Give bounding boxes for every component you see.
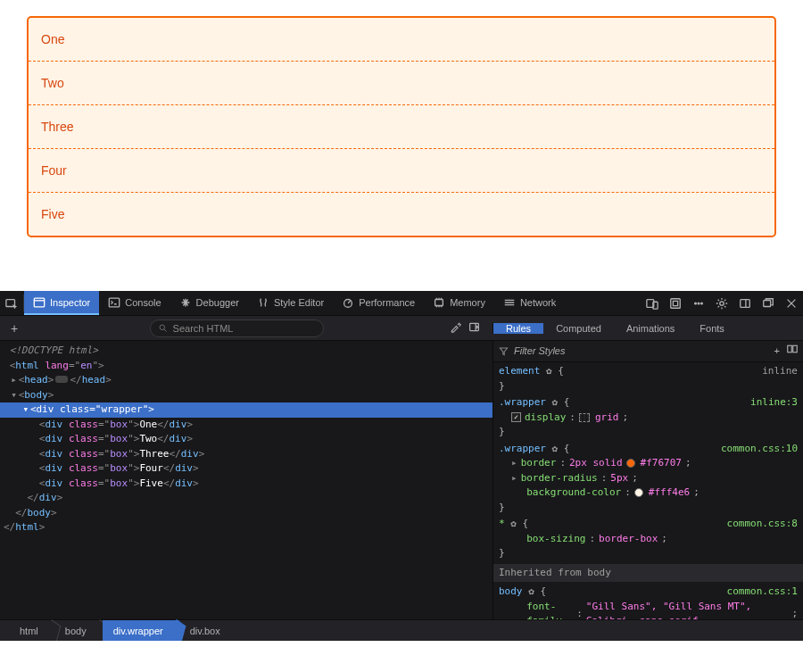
svg-rect-21 <box>793 346 798 353</box>
grid-wrapper: One Two Three Four Five <box>27 16 776 237</box>
svg-rect-20 <box>788 346 792 353</box>
tab-debugger[interactable]: Debugger <box>170 291 248 315</box>
grid-swatch-icon[interactable] <box>579 413 590 422</box>
devtools-toolbar: Inspector Console Debugger Style Editor … <box>0 291 803 316</box>
tab-label: Network <box>520 297 556 308</box>
svg-rect-8 <box>671 298 681 308</box>
breadcrumb-box[interactable]: div.box <box>179 620 236 641</box>
tab-inspector[interactable]: Inspector <box>24 291 99 315</box>
settings-icon[interactable] <box>710 297 733 310</box>
breadcrumb-bar: html body div.wrapper div.box <box>0 619 803 641</box>
style-tab-fonts[interactable]: Fonts <box>687 323 737 334</box>
dom-line: </div> <box>0 491 493 506</box>
color-swatch-icon[interactable] <box>634 488 643 497</box>
more-icon[interactable] <box>687 297 710 310</box>
filter-styles-input[interactable]: Filter Styles <box>514 344 565 359</box>
devtools-panel: Inspector Console Debugger Style Editor … <box>0 291 803 641</box>
tab-label: Inspector <box>50 297 90 308</box>
grid-box: Three <box>29 104 774 148</box>
breadcrumb-body[interactable]: body <box>54 620 103 641</box>
dom-line: </html> <box>0 520 493 535</box>
styles-panel: Filter Styles + element ✿ {inline } .wra… <box>493 341 803 619</box>
toggle-pane-icon[interactable] <box>468 321 480 336</box>
svg-rect-1 <box>34 298 44 307</box>
svg-point-17 <box>160 325 165 330</box>
rule-star: * ✿ {common.css:8 box-sizing: border-box… <box>499 517 798 561</box>
dom-line: <!DOCTYPE html> <box>0 344 493 359</box>
svg-point-10 <box>695 303 697 304</box>
inherited-section: Inherited from body <box>493 564 803 583</box>
grid-box: One <box>29 18 774 61</box>
responsive-design-icon[interactable] <box>641 297 664 310</box>
dom-tree[interactable]: <!DOCTYPE html> <html lang="en"> ▸<head>… <box>0 341 493 619</box>
breadcrumb-html[interactable]: html <box>9 620 54 641</box>
iframe-picker-icon[interactable] <box>664 297 687 310</box>
svg-rect-5 <box>435 299 443 305</box>
rule-wrapper-inline: .wrapper ✿ {inline:3 ✓ display: grid; } <box>499 395 798 440</box>
dom-line: </body> <box>0 506 493 521</box>
rule-body: body ✿ {common.css:1 font-family: "Gill … <box>499 585 798 619</box>
dom-line: <div class="box">One</div> <box>0 418 493 433</box>
style-tab-computed[interactable]: Computed <box>543 323 614 334</box>
tab-memory[interactable]: Memory <box>424 291 494 315</box>
tab-label: Debugger <box>196 297 239 308</box>
dom-line: ▾<body> <box>0 388 493 403</box>
toggle-pane-right-icon[interactable] <box>787 344 798 359</box>
tab-label: Memory <box>450 297 485 308</box>
grid-box: Two <box>29 61 774 104</box>
dom-line: <div class="box">Two</div> <box>0 432 493 447</box>
prop-checkbox[interactable]: ✓ <box>511 412 521 422</box>
dom-line: <div class="box">Five</div> <box>0 477 493 492</box>
grid-box: Four <box>29 148 774 192</box>
tab-console[interactable]: Console <box>99 291 170 315</box>
dom-line: ▸<head></head> <box>0 373 493 388</box>
rendered-page: One Two Three Four Five <box>0 0 803 291</box>
svg-rect-9 <box>673 301 677 305</box>
svg-rect-3 <box>110 298 120 307</box>
tab-style-editor[interactable]: Style Editor <box>248 291 333 315</box>
dom-line: <div class="box">Three</div> <box>0 447 493 462</box>
tab-network[interactable]: Network <box>494 291 565 315</box>
grid-box: Five <box>29 192 774 236</box>
svg-point-12 <box>701 303 703 304</box>
filter-styles-bar: Filter Styles + <box>493 341 803 362</box>
dock-side-icon[interactable] <box>733 297 757 310</box>
breadcrumb-wrapper[interactable]: div.wrapper <box>103 620 179 641</box>
dock-window-icon[interactable] <box>757 297 780 310</box>
dom-line: <html lang="en"> <box>0 359 493 374</box>
new-node-button[interactable]: + <box>5 321 23 336</box>
search-placeholder: Search HTML <box>173 323 234 334</box>
devtools-subbar: + Search HTML Rules Computed Animations … <box>0 316 803 341</box>
style-tab-rules[interactable]: Rules <box>493 323 543 334</box>
tab-performance[interactable]: Performance <box>333 291 424 315</box>
eyedropper-icon[interactable] <box>450 321 461 336</box>
pick-element-icon[interactable] <box>0 291 23 315</box>
tab-label: Console <box>125 297 161 308</box>
rule-wrapper-css: .wrapper ✿ {common.css:10 ▸border: 2px s… <box>499 442 798 516</box>
dom-line: <div class="box">Four</div> <box>0 461 493 477</box>
search-html-input[interactable]: Search HTML <box>150 319 324 337</box>
tab-label: Style Editor <box>274 297 324 308</box>
close-icon[interactable] <box>780 297 803 310</box>
style-tab-animations[interactable]: Animations <box>614 323 687 334</box>
add-rule-icon[interactable]: + <box>774 344 780 359</box>
dom-line-selected: ▾<div class="wrapper"> <box>0 402 493 418</box>
svg-rect-14 <box>741 299 750 307</box>
tab-label: Performance <box>359 297 415 308</box>
svg-point-11 <box>698 303 700 304</box>
color-swatch-icon[interactable] <box>626 459 635 468</box>
rules-list[interactable]: element ✿ {inline } .wrapper ✿ {inline:3… <box>493 362 803 619</box>
svg-point-13 <box>720 301 724 304</box>
svg-rect-16 <box>764 300 771 306</box>
rule-element: element ✿ {inline } <box>499 364 798 394</box>
